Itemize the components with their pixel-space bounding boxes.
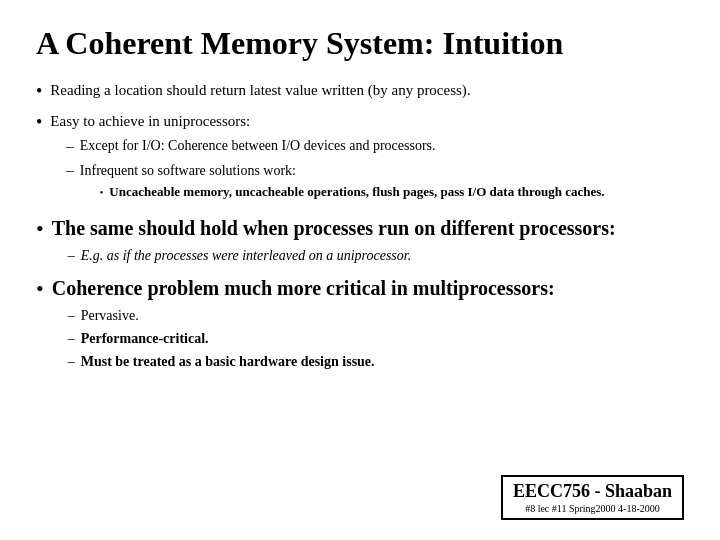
dash-icon: –	[68, 329, 75, 349]
dash-icon: –	[68, 246, 75, 266]
bullet-2-subsub-1-text: Uncacheable memory, uncacheable operatio…	[109, 183, 604, 201]
bullet-2-subitems: – Except for I/O: Coherence between I/O …	[50, 136, 684, 203]
dash-icon: –	[66, 136, 74, 157]
bullet-2-sub-1: – Except for I/O: Coherence between I/O …	[66, 136, 684, 157]
bullet-3-sub-1: – E.g. as if the processes were interlea…	[68, 246, 684, 266]
bullet-4-sub-1-text: Pervasive.	[81, 306, 684, 326]
bullet-2-sub-1-text: Except for I/O: Coherence between I/O de…	[80, 136, 684, 156]
slide-title: A Coherent Memory System: Intuition	[36, 24, 684, 62]
footer-subtitle: #8 lec #11 Spring2000 4-18-2000	[513, 503, 672, 514]
slide-content: • Reading a location should return lates…	[36, 80, 684, 467]
bullet-2: • Easy to achieve in uniprocessors: – Ex…	[36, 111, 684, 206]
bullet-1-dot: •	[36, 79, 42, 104]
bullet-4-subitems: – Pervasive. – Performance-critical. – M…	[52, 306, 684, 371]
bullet-1-text: Reading a location should return latest …	[50, 80, 684, 101]
dash-icon: –	[68, 352, 75, 372]
bullet-2-sub-2-text: Infrequent so software solutions work:	[80, 163, 296, 178]
dash-icon: –	[66, 160, 74, 181]
slide-footer: EECC756 - Shaaban #8 lec #11 Spring2000 …	[36, 475, 684, 520]
bullet-4-sub-3: – Must be treated as a basic hardware de…	[68, 352, 684, 372]
bullet-4: • Coherence problem much more critical i…	[36, 274, 684, 374]
bullet-4-dot: •	[36, 274, 44, 305]
bullet-4-text: Coherence problem much more critical in …	[52, 277, 555, 299]
bullet-2-subsub-1: • Uncacheable memory, uncacheable operat…	[100, 183, 605, 201]
bullet-2-text: Easy to achieve in uniprocessors:	[50, 113, 250, 129]
bullet-4-sub-3-text: Must be treated as a basic hardware desi…	[81, 352, 684, 372]
slide: A Coherent Memory System: Intuition • Re…	[0, 0, 720, 540]
bullet-3-sub-1-text: E.g. as if the processes were interleave…	[81, 246, 684, 266]
bullet-2-dot: •	[36, 110, 42, 135]
dash-icon: –	[68, 306, 75, 326]
bullet-3-subitems: – E.g. as if the processes were interlea…	[52, 246, 684, 266]
bullet-2-sub-2: – Infrequent so software solutions work:…	[66, 160, 684, 203]
bullet-4-sub-2: – Performance-critical.	[68, 329, 684, 349]
small-bullet-icon: •	[100, 186, 104, 200]
bullet-3: • The same should hold when processes ru…	[36, 214, 684, 269]
bullet-4-sub-1: – Pervasive.	[68, 306, 684, 326]
bullet-2-subsubitems: • Uncacheable memory, uncacheable operat…	[100, 183, 605, 201]
footer-title: EECC756 - Shaaban	[513, 481, 672, 502]
footer-box: EECC756 - Shaaban #8 lec #11 Spring2000 …	[501, 475, 684, 520]
bullet-3-dot: •	[36, 214, 44, 245]
bullet-4-sub-2-text: Performance-critical.	[81, 329, 684, 349]
bullet-1: • Reading a location should return lates…	[36, 80, 684, 104]
bullet-3-text: The same should hold when processes run …	[52, 217, 616, 239]
